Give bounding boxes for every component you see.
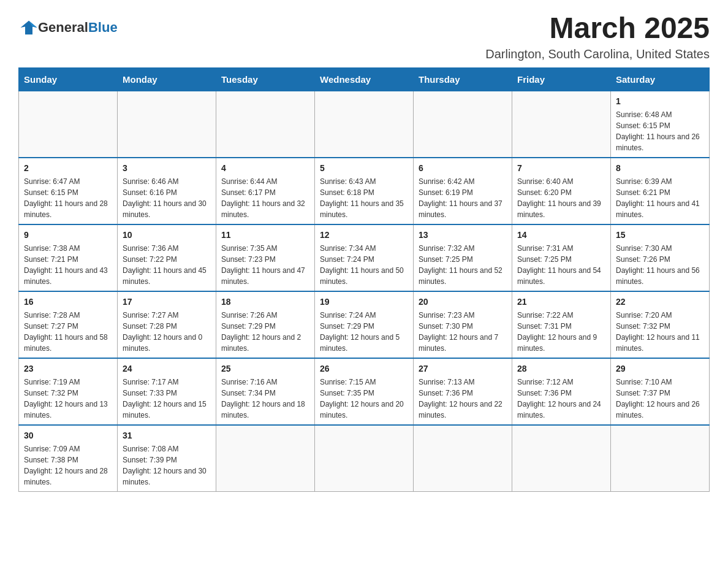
day-info: Sunrise: 6:40 AMSunset: 6:20 PMDaylight:…: [517, 176, 605, 220]
calendar-week-row: 30Sunrise: 7:09 AMSunset: 7:38 PMDayligh…: [19, 425, 710, 492]
day-info: Sunrise: 7:15 AMSunset: 7:35 PMDaylight:…: [320, 377, 408, 421]
day-cell-23: 23Sunrise: 7:19 AMSunset: 7:32 PMDayligh…: [19, 358, 118, 425]
day-info: Sunrise: 7:28 AMSunset: 7:27 PMDaylight:…: [24, 310, 112, 354]
day-number: 12: [320, 229, 408, 242]
day-number: 3: [123, 162, 211, 175]
location-text: Darlington, South Carolina, United State…: [485, 47, 710, 61]
day-info: Sunrise: 7:36 AMSunset: 7:22 PMDaylight:…: [123, 243, 211, 287]
day-info: Sunrise: 7:16 AMSunset: 7:34 PMDaylight:…: [221, 377, 309, 421]
day-info: Sunrise: 7:31 AMSunset: 7:25 PMDaylight:…: [517, 243, 605, 287]
day-cell-4: 4Sunrise: 6:44 AMSunset: 6:17 PMDaylight…: [216, 158, 315, 224]
day-info: Sunrise: 7:19 AMSunset: 7:32 PMDaylight:…: [24, 377, 112, 421]
day-header-sunday: Sunday: [19, 67, 118, 91]
month-year-title: March 2025: [485, 12, 710, 45]
day-cell-22: 22Sunrise: 7:20 AMSunset: 7:32 PMDayligh…: [611, 291, 710, 358]
day-info: Sunrise: 6:47 AMSunset: 6:15 PMDaylight:…: [24, 176, 112, 220]
day-cell-2: 2Sunrise: 6:47 AMSunset: 6:15 PMDaylight…: [19, 158, 118, 224]
title-block: March 2025 Darlington, South Carolina, U…: [485, 12, 710, 61]
day-info: Sunrise: 6:42 AMSunset: 6:19 PMDaylight:…: [419, 176, 507, 220]
day-cell-31: 31Sunrise: 7:08 AMSunset: 7:39 PMDayligh…: [118, 425, 216, 492]
day-cell-1: 1Sunrise: 6:48 AMSunset: 6:15 PMDaylight…: [611, 91, 710, 158]
day-cell-18: 18Sunrise: 7:26 AMSunset: 7:29 PMDayligh…: [216, 291, 315, 358]
day-cell-5: 5Sunrise: 6:43 AMSunset: 6:18 PMDaylight…: [315, 158, 414, 224]
day-number: 15: [616, 229, 704, 242]
day-info: Sunrise: 7:22 AMSunset: 7:31 PMDaylight:…: [517, 310, 605, 354]
day-number: 4: [221, 162, 309, 175]
calendar-week-row: 9Sunrise: 7:38 AMSunset: 7:21 PMDaylight…: [19, 224, 710, 291]
day-info: Sunrise: 7:26 AMSunset: 7:29 PMDaylight:…: [221, 310, 309, 354]
day-number: 20: [419, 296, 507, 308]
day-number: 25: [221, 362, 309, 375]
day-info: Sunrise: 7:30 AMSunset: 7:26 PMDaylight:…: [616, 243, 704, 287]
day-cell-28: 28Sunrise: 7:12 AMSunset: 7:36 PMDayligh…: [512, 358, 611, 425]
day-header-monday: Monday: [118, 67, 216, 91]
day-cell-26: 26Sunrise: 7:15 AMSunset: 7:35 PMDayligh…: [315, 358, 414, 425]
svg-marker-0: [21, 21, 37, 35]
day-number: 16: [24, 296, 112, 308]
day-cell-25: 25Sunrise: 7:16 AMSunset: 7:34 PMDayligh…: [216, 358, 315, 425]
day-number: 24: [123, 362, 211, 375]
calendar-week-row: 23Sunrise: 7:19 AMSunset: 7:32 PMDayligh…: [19, 358, 710, 425]
day-number: 1: [616, 95, 704, 108]
day-number: 2: [24, 162, 112, 175]
empty-cell: [414, 425, 512, 492]
empty-cell: [611, 425, 710, 492]
calendar-table: SundayMondayTuesdayWednesdayThursdayFrid…: [18, 67, 710, 492]
day-info: Sunrise: 7:35 AMSunset: 7:23 PMDaylight:…: [221, 243, 309, 287]
day-cell-7: 7Sunrise: 6:40 AMSunset: 6:20 PMDaylight…: [512, 158, 611, 224]
calendar-week-row: 1Sunrise: 6:48 AMSunset: 6:15 PMDaylight…: [19, 91, 710, 158]
day-cell-11: 11Sunrise: 7:35 AMSunset: 7:23 PMDayligh…: [216, 224, 315, 291]
day-info: Sunrise: 7:24 AMSunset: 7:29 PMDaylight:…: [320, 310, 408, 354]
day-number: 29: [616, 362, 704, 375]
empty-cell: [315, 91, 414, 158]
day-number: 22: [616, 296, 704, 308]
empty-cell: [216, 425, 315, 492]
logo-icon: [20, 18, 38, 37]
day-info: Sunrise: 7:32 AMSunset: 7:25 PMDaylight:…: [419, 243, 507, 287]
day-number: 30: [24, 429, 112, 442]
empty-cell: [315, 425, 414, 492]
day-cell-30: 30Sunrise: 7:09 AMSunset: 7:38 PMDayligh…: [19, 425, 118, 492]
day-info: Sunrise: 6:39 AMSunset: 6:21 PMDaylight:…: [616, 176, 704, 220]
day-info: Sunrise: 6:44 AMSunset: 6:17 PMDaylight:…: [221, 176, 309, 220]
day-cell-17: 17Sunrise: 7:27 AMSunset: 7:28 PMDayligh…: [118, 291, 216, 358]
day-cell-19: 19Sunrise: 7:24 AMSunset: 7:29 PMDayligh…: [315, 291, 414, 358]
day-number: 6: [419, 162, 507, 175]
day-cell-3: 3Sunrise: 6:46 AMSunset: 6:16 PMDaylight…: [118, 158, 216, 224]
day-number: 18: [221, 296, 309, 308]
day-number: 7: [517, 162, 605, 175]
day-number: 19: [320, 296, 408, 308]
day-info: Sunrise: 7:34 AMSunset: 7:24 PMDaylight:…: [320, 243, 408, 287]
day-number: 10: [123, 229, 211, 242]
day-info: Sunrise: 7:08 AMSunset: 7:39 PMDaylight:…: [123, 443, 211, 488]
day-header-tuesday: Tuesday: [216, 67, 315, 91]
page-header: GeneralBlue March 2025 Darlington, South…: [18, 12, 710, 61]
day-header-wednesday: Wednesday: [315, 67, 414, 91]
empty-cell: [512, 425, 611, 492]
day-info: Sunrise: 7:13 AMSunset: 7:36 PMDaylight:…: [419, 377, 507, 421]
day-number: 14: [517, 229, 605, 242]
day-number: 17: [123, 296, 211, 308]
day-info: Sunrise: 7:20 AMSunset: 7:32 PMDaylight:…: [616, 310, 704, 354]
empty-cell: [414, 91, 512, 158]
day-number: 31: [123, 429, 211, 442]
day-cell-20: 20Sunrise: 7:23 AMSunset: 7:30 PMDayligh…: [414, 291, 512, 358]
day-header-thursday: Thursday: [414, 67, 512, 91]
day-header-friday: Friday: [512, 67, 611, 91]
day-cell-21: 21Sunrise: 7:22 AMSunset: 7:31 PMDayligh…: [512, 291, 611, 358]
day-cell-13: 13Sunrise: 7:32 AMSunset: 7:25 PMDayligh…: [414, 224, 512, 291]
calendar-header-row: SundayMondayTuesdayWednesdayThursdayFrid…: [19, 67, 710, 91]
empty-cell: [19, 91, 118, 158]
day-cell-15: 15Sunrise: 7:30 AMSunset: 7:26 PMDayligh…: [611, 224, 710, 291]
calendar-week-row: 2Sunrise: 6:47 AMSunset: 6:15 PMDaylight…: [19, 158, 710, 224]
day-info: Sunrise: 7:09 AMSunset: 7:38 PMDaylight:…: [24, 443, 112, 488]
day-info: Sunrise: 6:48 AMSunset: 6:15 PMDaylight:…: [616, 109, 704, 153]
calendar-week-row: 16Sunrise: 7:28 AMSunset: 7:27 PMDayligh…: [19, 291, 710, 358]
day-cell-12: 12Sunrise: 7:34 AMSunset: 7:24 PMDayligh…: [315, 224, 414, 291]
empty-cell: [512, 91, 611, 158]
logo-blue-text: Blue: [88, 20, 118, 35]
day-info: Sunrise: 7:23 AMSunset: 7:30 PMDaylight:…: [419, 310, 507, 354]
day-number: 26: [320, 362, 408, 375]
day-number: 5: [320, 162, 408, 175]
day-cell-6: 6Sunrise: 6:42 AMSunset: 6:19 PMDaylight…: [414, 158, 512, 224]
